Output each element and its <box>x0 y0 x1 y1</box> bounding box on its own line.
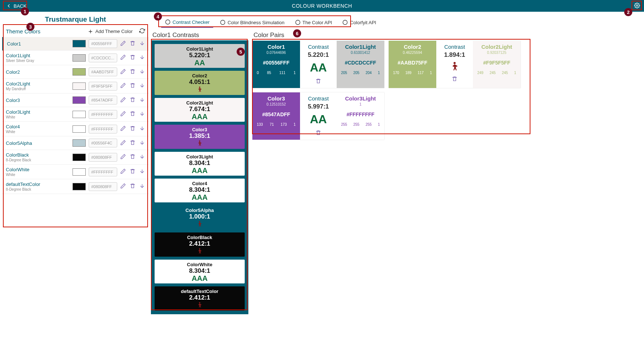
pair-left-hex: #8547ADFF <box>255 111 298 117</box>
pair-right[interactable]: Color1Light 0.61001412 #CDCDCCFF 2052052… <box>337 41 384 88</box>
edit-button[interactable] <box>120 69 126 76</box>
color-row[interactable]: Color3Light White <box>2 107 149 122</box>
color-swatch[interactable] <box>73 40 86 47</box>
add-theme-color-button[interactable]: Add Theme Color <box>88 29 133 34</box>
pair-right-name: Color2Light <box>475 44 518 50</box>
color-row[interactable]: Color2 <box>2 65 149 79</box>
color-swatch[interactable] <box>73 111 86 118</box>
delete-button[interactable] <box>130 69 136 76</box>
edit-button[interactable] <box>120 40 126 47</box>
hex-input[interactable] <box>89 182 117 191</box>
edit-button[interactable] <box>120 111 126 118</box>
color-row[interactable]: Color3 <box>2 94 149 107</box>
move-down-button[interactable] <box>139 69 145 76</box>
contrast-card[interactable]: Color3Light 8.304:1AAA <box>155 152 245 176</box>
refresh-button[interactable] <box>139 28 145 35</box>
color-row[interactable]: Color1Light Silver Silver Gray <box>2 51 149 65</box>
contrast-card[interactable]: defaultTextColor 2.412:1 <box>155 286 245 311</box>
hex-input[interactable] <box>89 67 117 76</box>
hex-input[interactable] <box>89 54 117 62</box>
arrow-down-icon <box>139 140 145 146</box>
contrast-ratio: 7.674:1 <box>156 106 243 113</box>
pair-delete-button[interactable] <box>438 76 471 83</box>
pair-right[interactable]: Color2Light 0.92037125 #F9F5F5FF 2492452… <box>473 41 521 88</box>
delete-button[interactable] <box>130 183 136 190</box>
pair-left[interactable]: Color1 0.07644696 #00556FFF 0851111 <box>252 41 300 88</box>
delete-button[interactable] <box>130 111 136 118</box>
tab-label: The Color API <box>303 20 332 25</box>
tab[interactable]: Color Blindness Simulation <box>216 17 288 28</box>
hex-input[interactable] <box>89 96 117 104</box>
contrast-card[interactable]: Color2 4.051:1 <box>155 71 245 95</box>
delete-button[interactable] <box>130 125 136 132</box>
color-swatch[interactable] <box>73 168 86 176</box>
color-swatch[interactable] <box>73 54 86 62</box>
edit-button[interactable] <box>120 168 126 175</box>
tab[interactable]: Contrast Checker <box>161 17 213 28</box>
contrast-card[interactable]: Color3 1.385:1 <box>155 125 245 149</box>
edit-button[interactable] <box>120 125 126 132</box>
color-swatch[interactable] <box>73 96 86 104</box>
hex-input[interactable] <box>89 139 117 147</box>
delete-button[interactable] <box>130 54 136 61</box>
edit-button[interactable] <box>120 97 126 104</box>
pair-left[interactable]: Color2 0.46225594 #AABD75FF 1701891171 <box>389 41 436 88</box>
pair-delete-button[interactable] <box>302 130 334 137</box>
move-down-button[interactable] <box>139 40 145 47</box>
color-swatch[interactable] <box>73 154 86 161</box>
move-down-button[interactable] <box>139 97 145 104</box>
contrast-card[interactable]: Color2Light 7.674:1AAA <box>155 98 245 122</box>
contrast-card[interactable]: Color1Light 5.220:1AA <box>155 44 245 68</box>
pair-right[interactable]: Color3Light 1 #FFFFFFFF 2552552551 <box>337 92 384 140</box>
move-down-button[interactable] <box>139 183 145 190</box>
pair-delete-button[interactable] <box>302 78 334 85</box>
move-down-button[interactable] <box>139 111 145 118</box>
color-swatch[interactable] <box>73 68 86 76</box>
tab[interactable]: Colorfyit API <box>338 17 380 28</box>
edit-button[interactable] <box>120 82 126 89</box>
color-row[interactable]: ColorBlack 8-Degree Black <box>2 150 149 165</box>
move-down-button[interactable] <box>139 54 145 61</box>
hex-input[interactable] <box>89 125 117 133</box>
color-row[interactable]: Color2Light My Dandruff <box>2 79 149 94</box>
edit-button[interactable] <box>120 183 126 190</box>
tab[interactable]: The Color API <box>291 17 336 28</box>
pair-ratio: 5.220:1 <box>302 51 334 59</box>
color-swatch[interactable] <box>73 82 86 90</box>
contrast-card[interactable]: Color4 8.304:1AAA <box>155 179 245 202</box>
color-row[interactable]: Color4 White <box>2 122 149 136</box>
hex-input[interactable] <box>89 153 117 162</box>
move-down-button[interactable] <box>139 140 145 147</box>
color-row[interactable]: Color1 <box>2 37 149 51</box>
edit-button[interactable] <box>120 140 126 147</box>
move-down-button[interactable] <box>139 82 145 89</box>
color-row[interactable]: Color5Alpha <box>2 136 149 150</box>
delete-button[interactable] <box>130 40 136 47</box>
contrast-card[interactable]: ColorWhite 8.304:1AAA <box>155 260 245 283</box>
edit-button[interactable] <box>120 154 126 161</box>
move-down-button[interactable] <box>139 168 145 175</box>
move-down-button[interactable] <box>139 125 145 132</box>
delete-button[interactable] <box>130 168 136 175</box>
contrast-card[interactable]: Color5Alpha 1.000:1 <box>155 205 245 230</box>
delete-button[interactable] <box>130 154 136 161</box>
hex-input[interactable] <box>89 168 117 176</box>
delete-button[interactable] <box>130 82 136 89</box>
color-swatch[interactable] <box>73 125 86 133</box>
pair-middle: Contrast 1.894:1 <box>436 41 473 88</box>
color-row[interactable]: defaultTextColor 8-Degree Black <box>2 179 149 194</box>
hex-input[interactable] <box>89 82 117 91</box>
delete-button[interactable] <box>130 97 136 104</box>
edit-button[interactable] <box>120 54 126 61</box>
move-down-button[interactable] <box>139 154 145 161</box>
contrast-card[interactable]: ColorBlack 2.412:1 <box>155 232 245 257</box>
delete-button[interactable] <box>130 140 136 147</box>
pair-left[interactable]: Color3 0.12510152 #8547ADFF 133711731 <box>252 92 300 140</box>
settings-button[interactable] <box>633 1 641 11</box>
arrow-down-icon <box>139 154 145 160</box>
color-swatch[interactable] <box>73 139 86 147</box>
hex-input[interactable] <box>89 39 117 48</box>
color-swatch[interactable] <box>73 183 86 190</box>
color-row[interactable]: ColorWhite White <box>2 165 149 179</box>
hex-input[interactable] <box>89 110 117 119</box>
